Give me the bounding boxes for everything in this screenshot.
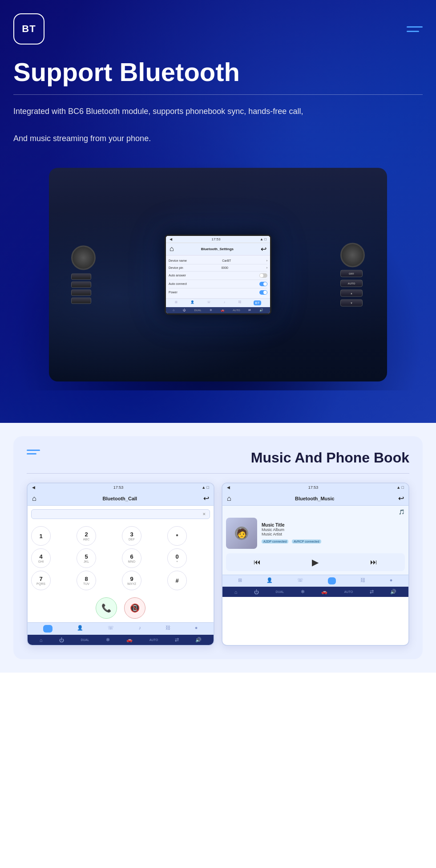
auto-label: AUTO — [233, 309, 240, 312]
arrows-bar[interactable]: ⇄ — [175, 637, 179, 643]
music-controls: ⏮ ▶ ⏭ — [226, 553, 405, 571]
device-name-arrow: › — [266, 259, 267, 262]
bt-nav[interactable]: ● — [195, 625, 198, 633]
music-badges: A2DP connected AVRCP connected — [262, 536, 405, 544]
phone-icon[interactable]: ☏ — [207, 300, 211, 305]
auto-connect-label: Auto connect — [169, 282, 187, 285]
card-menu-icon[interactable] — [27, 450, 40, 454]
home-music-bar[interactable]: ⌂ — [234, 589, 238, 595]
bt-active-icon[interactable]: BT — [254, 300, 261, 305]
dial-star[interactable]: * — [167, 526, 187, 546]
snow-music-bar[interactable]: ❄ — [301, 589, 305, 595]
link-music-nav[interactable]: ⛓ — [360, 577, 365, 584]
bt-music-nav[interactable]: ● — [390, 577, 393, 584]
auto-connect-row: Auto connect — [169, 280, 267, 288]
car-music-bar[interactable]: 🚗 — [321, 589, 327, 595]
dial-7[interactable]: 7PQRS — [31, 571, 51, 590]
device-name-value: CarBT — [222, 259, 231, 262]
phone-music-nav[interactable]: ☏ — [297, 577, 303, 584]
music-status-icons: ▲ □ — [396, 485, 404, 490]
next-button[interactable]: ⏭ — [370, 558, 377, 566]
auto-connect-toggle[interactable] — [259, 282, 267, 286]
dial-8[interactable]: 8TUV — [77, 571, 96, 590]
car-bar-icon[interactable]: 🚗 — [221, 308, 225, 312]
hero-description: Integrated with BC6 Bluetooth module, su… — [13, 105, 423, 146]
hero-section: BT Support Bluetooth Integrated with BC6… — [0, 0, 436, 423]
device-name-row: Device name CarBT › — [169, 257, 267, 264]
auto-answer-toggle[interactable] — [259, 273, 267, 278]
call-bottom-nav: ⊞ 👤 ☏ ♪ ⛓ ● — [28, 622, 214, 635]
call-search-bar[interactable]: ✕ — [31, 509, 210, 519]
power-music-bar[interactable]: ⏻ — [254, 589, 259, 595]
music-nav[interactable]: ♪ — [138, 625, 141, 633]
dial-6[interactable]: 6MNO — [122, 548, 141, 568]
music-back-icon: ◀ — [227, 485, 230, 490]
dialpad-nav[interactable]: ☏ — [108, 625, 114, 633]
auto-answer-row: Auto answer — [169, 272, 267, 280]
music-album-text: Music Album — [262, 527, 405, 532]
phones-row: ◀ 17:53 ▲ □ ⌂ Bluetooth_Call ↩ ✕ 1 — [27, 483, 409, 646]
temp-up-button: ▲ — [340, 289, 363, 296]
music-note-icon: 🎵 — [399, 509, 405, 515]
power-bar-icon[interactable]: ⏻ — [183, 308, 186, 312]
prev-button[interactable]: ⏮ — [254, 558, 261, 566]
call-nav: ⌂ Bluetooth_Call ↩ — [28, 491, 214, 506]
power-bar[interactable]: ⏻ — [59, 637, 64, 643]
dial-2[interactable]: 2ABC — [77, 526, 96, 546]
dial-3[interactable]: 3DEF — [122, 526, 141, 546]
auto-bar: AUTO — [149, 638, 158, 641]
card-header: Music And Phone Book — [27, 450, 409, 466]
snowflake-icon[interactable]: ❄ — [210, 308, 212, 312]
link-icon[interactable]: ⛓ — [238, 300, 241, 305]
music-statusbar: ◀ 17:53 ▲ □ — [222, 483, 408, 491]
bt-logo: BT — [13, 13, 44, 45]
vol-bar[interactable]: 🔊 — [195, 637, 202, 643]
dial-5[interactable]: 5JKL — [77, 548, 96, 568]
music-music-nav-active[interactable]: ♪ — [328, 577, 336, 584]
call-home-icon: ⌂ — [32, 495, 36, 503]
volume-icon[interactable]: 🔊 — [259, 308, 263, 312]
home-bar-icon[interactable]: ⌂ — [173, 308, 174, 312]
contacts-nav[interactable]: 👤 — [77, 625, 83, 633]
dial-0[interactable]: 0+ — [167, 548, 187, 568]
arrows-music-bar[interactable]: ⇄ — [370, 589, 374, 595]
bottom-section: Music And Phone Book ◀ 17:53 ▲ □ ⌂ Bluet… — [0, 423, 436, 673]
link-nav[interactable]: ⛓ — [166, 625, 170, 633]
play-button[interactable]: ▶ — [312, 557, 319, 568]
feature-card: Music And Phone Book ◀ 17:53 ▲ □ ⌂ Bluet… — [13, 436, 423, 659]
menu-icon[interactable] — [407, 26, 423, 32]
power-toggle[interactable] — [259, 290, 267, 295]
vol-music-bar[interactable]: 🔊 — [390, 589, 396, 595]
hangup-button[interactable]: 📵 — [124, 597, 145, 619]
grid-nav-active[interactable]: ⊞ — [43, 625, 52, 633]
music-artist-text: Music Artist — [262, 532, 405, 536]
menu-button — [71, 281, 91, 288]
music-icon[interactable]: ♪ — [224, 300, 226, 305]
contacts-music-nav[interactable]: 👤 — [266, 577, 273, 584]
dial-9[interactable]: 9WXYZ — [122, 571, 141, 590]
person-icon[interactable]: 👤 — [190, 300, 194, 305]
music-header-row: 🎵 — [226, 509, 405, 515]
home-bar[interactable]: ⌂ — [40, 637, 43, 643]
music-back-btn: ↩ — [398, 494, 404, 503]
arrows-icon[interactable]: ⇄ — [248, 308, 251, 312]
dial-hash[interactable]: # — [167, 571, 187, 590]
music-nav: ⌂ Bluetooth_Music ↩ — [222, 491, 408, 506]
screen-back-btn: ↩ — [261, 245, 266, 253]
search-clear-icon[interactable]: ✕ — [202, 512, 206, 516]
off-button: OFF — [340, 270, 363, 277]
grid-icon[interactable]: ⊞ — [175, 300, 178, 305]
car-bar[interactable]: 🚗 — [126, 637, 133, 643]
dual-label: DUAL — [194, 309, 202, 312]
call-back-icon: ◀ — [32, 485, 35, 490]
dialpad: 1 2ABC 3DEF * 4GHI 5JKL — [28, 523, 214, 594]
dual-music-bar: DUAL — [275, 590, 284, 593]
dial-4[interactable]: 4GHI — [31, 548, 51, 568]
music-album-row: 🧑 Music Title Music Album Music Artist A… — [226, 518, 405, 549]
answer-button[interactable]: 📞 — [96, 597, 117, 619]
mode-button — [71, 297, 91, 304]
screen-statusbar: ◀ 17:53 ▲ □ — [166, 236, 270, 243]
snow-bar[interactable]: ❄ — [106, 637, 110, 643]
dial-1[interactable]: 1 — [31, 526, 51, 546]
grid-music-nav[interactable]: ⊞ — [238, 577, 242, 584]
